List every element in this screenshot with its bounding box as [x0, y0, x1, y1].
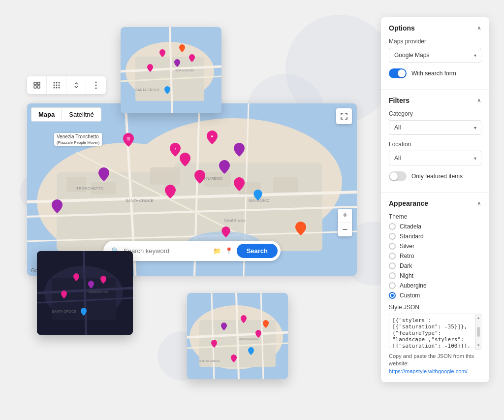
appearance-section: Appearance ∧ Theme Citadela Standard Sil…: [381, 193, 489, 382]
theme-dark[interactable]: Dark: [389, 262, 481, 269]
search-input[interactable]: [124, 247, 209, 255]
zoom-in-button[interactable]: +: [338, 209, 352, 223]
fullscreen-button[interactable]: [336, 108, 352, 124]
theme-aubergine-label: Aubergine: [400, 282, 427, 289]
svg-rect-0: [34, 82, 36, 85]
theme-retro-radio[interactable]: [389, 253, 396, 259]
map-zoom-controls: + −: [338, 209, 352, 236]
filters-title: Filters: [389, 97, 410, 104]
only-featured-toggle[interactable]: [389, 171, 407, 181]
svg-rect-33: [273, 177, 298, 192]
appearance-title: Appearance: [389, 199, 428, 207]
arrows-button[interactable]: [66, 76, 86, 94]
svg-text:♪: ♪: [174, 146, 177, 151]
svg-text:DORSODURO: DORSODURO: [175, 69, 194, 72]
theme-citadela-label: Citadela: [400, 223, 421, 230]
filters-section: Filters ∧ Category All Hotels Restaurant…: [381, 90, 489, 193]
style-json-label: Style JSON: [389, 304, 481, 311]
theme-label: Theme: [389, 213, 481, 220]
filters-collapse-icon[interactable]: ∧: [477, 97, 481, 104]
theme-silver-radio[interactable]: [389, 243, 396, 250]
only-featured-row: Only featured items: [389, 171, 481, 181]
location-select[interactable]: All Venice Rome Milan: [389, 151, 481, 165]
scrollbar-track: [477, 327, 480, 337]
options-section: Options ∧ Maps provider Google Maps Open…: [381, 17, 489, 90]
svg-point-4: [53, 82, 55, 84]
options-collapse-icon[interactable]: ∧: [477, 25, 481, 32]
map-thumbnail-dark: SANTA CROCE DORSODURO: [37, 251, 133, 335]
scrollbar-down-icon[interactable]: ▼: [476, 343, 480, 348]
svg-text:DORSODURO: DORSODURO: [239, 337, 258, 340]
with-search-form-label: With search form: [411, 70, 456, 77]
appearance-collapse-icon[interactable]: ∧: [477, 200, 481, 207]
svg-point-14: [95, 85, 97, 86]
theme-custom[interactable]: Custom: [389, 292, 481, 299]
with-search-form-row: With search form: [389, 68, 481, 78]
category-select[interactable]: All Hotels Restaurants Sights: [389, 120, 481, 135]
theme-citadela-radio[interactable]: [389, 223, 396, 230]
svg-rect-1: [37, 82, 40, 85]
theme-aubergine[interactable]: Aubergine: [389, 282, 481, 289]
svg-text:⊞: ⊞: [126, 136, 130, 141]
zoom-out-button[interactable]: −: [338, 223, 352, 236]
theme-radio-group: Citadela Standard Silver Retro Dark Nigh…: [389, 223, 481, 299]
maps-provider-select[interactable]: Google Maps OpenStreetMap Mapbox: [389, 48, 481, 63]
svg-text:SANTA CROCE: SANTA CROCE: [126, 198, 154, 203]
location-label: Location: [389, 141, 481, 148]
theme-custom-label: Custom: [400, 292, 420, 299]
theme-retro[interactable]: Retro: [389, 253, 481, 259]
map-thumbnail-bottom: SANTA CROCE DORSODURO: [187, 293, 288, 379]
svg-point-8: [56, 85, 57, 86]
editor-toolbar: [27, 76, 106, 94]
tab-map[interactable]: Mapa: [31, 107, 62, 122]
with-search-form-toggle[interactable]: [389, 68, 407, 78]
map-view-tabs: Mapa Satelitné: [31, 107, 101, 122]
style-json-link[interactable]: https://mapstyle.withgoogle.com/: [389, 368, 468, 374]
svg-point-5: [56, 82, 57, 84]
search-button[interactable]: Search: [237, 244, 278, 258]
svg-point-9: [58, 85, 60, 86]
category-label: Category: [389, 110, 481, 117]
svg-text:TRONCHETTO: TRONCHETTO: [76, 186, 103, 191]
theme-night[interactable]: Night: [389, 272, 481, 279]
folder-icon: 📁: [213, 247, 221, 255]
svg-text:SANTA CROCE: SANTA CROCE: [52, 310, 76, 313]
theme-silver[interactable]: Silver: [389, 243, 481, 250]
theme-custom-radio[interactable]: [389, 292, 396, 299]
theme-standard-radio[interactable]: [389, 233, 396, 240]
location-pin-icon: 📍: [225, 247, 233, 255]
svg-point-6: [58, 82, 60, 84]
only-featured-label: Only featured items: [411, 173, 463, 180]
map-view-button[interactable]: [27, 76, 47, 94]
theme-standard[interactable]: Standard: [389, 233, 481, 240]
svg-point-10: [53, 87, 55, 89]
theme-citadela[interactable]: Citadela: [389, 223, 481, 230]
svg-text:SANTA CROCE: SANTA CROCE: [199, 359, 220, 362]
style-json-hint: Copy and paste the JSON from this websit…: [389, 353, 481, 375]
svg-rect-30: [150, 167, 180, 185]
scrollbar-up-icon[interactable]: ▲: [476, 316, 480, 320]
svg-text:✦: ✦: [210, 134, 214, 139]
options-panel: Options ∧ Maps provider Google Maps Open…: [381, 17, 489, 382]
theme-retro-label: Retro: [400, 253, 414, 259]
options-title: Options: [389, 24, 415, 32]
grid-button[interactable]: [47, 76, 66, 94]
tab-satellite[interactable]: Satelitné: [62, 107, 101, 122]
svg-point-12: [58, 87, 60, 89]
main-map: TRONCHETTO SANTA CROCE CANNAREGIO Canal …: [27, 103, 357, 276]
map-thumbnail-top: SANTA CROCE DORSODURO: [121, 27, 221, 113]
style-json-input[interactable]: [{"stylers": [{"saturation": -35}]},{"fe…: [389, 314, 481, 348]
more-options-button[interactable]: [86, 76, 106, 94]
svg-point-13: [95, 82, 97, 83]
theme-dark-label: Dark: [400, 262, 412, 269]
theme-aubergine-radio[interactable]: [389, 282, 396, 289]
svg-point-7: [53, 85, 55, 86]
svg-text:DORSODURO: DORSODURO: [89, 291, 108, 293]
svg-text:Canal Grande: Canal Grande: [224, 219, 246, 222]
svg-point-11: [56, 87, 57, 89]
svg-rect-2: [34, 86, 36, 88]
theme-dark-radio[interactable]: [389, 262, 396, 269]
theme-night-label: Night: [400, 272, 413, 279]
theme-night-radio[interactable]: [389, 272, 396, 279]
maps-provider-wrapper: Google Maps OpenStreetMap Mapbox ▾: [389, 48, 481, 63]
